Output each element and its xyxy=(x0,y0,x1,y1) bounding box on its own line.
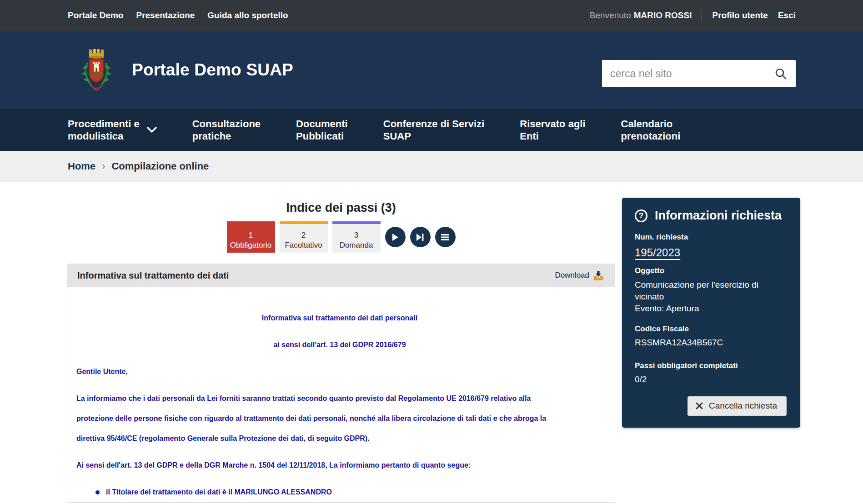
request-info-panel: ? Informazioni richiesta Num. richiesta … xyxy=(622,198,800,428)
nav-item-calendario[interactable]: Calendario prenotazioni xyxy=(621,118,681,142)
nav-item-conferenze[interactable]: Conferenze di Servizi SUAP xyxy=(383,118,485,142)
cancel-row: Cancella richiesta xyxy=(635,396,787,416)
nav-item-label: Documenti Pubblicati xyxy=(296,118,348,142)
step-label: Obbligatorio xyxy=(230,241,272,250)
nav-item-consultazione[interactable]: Consultazione pratiche xyxy=(192,118,261,142)
page: Portale Demo Presentazione Guida allo sp… xyxy=(0,0,863,504)
subject-text: Comunicazione per l'esercizio di vicinat… xyxy=(635,280,758,301)
user-name: MARIO ROSSI xyxy=(634,10,692,20)
breadcrumb-home-link[interactable]: Home xyxy=(68,160,95,172)
search-input[interactable] xyxy=(610,68,773,80)
breadcrumb-separator: › xyxy=(102,160,105,172)
topbar-links: Portale Demo Presentazione Guida allo sp… xyxy=(68,10,288,20)
chevron-down-icon xyxy=(147,127,157,133)
municipal-coat-of-arms-icon xyxy=(81,47,111,93)
welcome-text: BenvenutoMARIO ROSSI xyxy=(590,10,692,20)
welcome-prefix: Benvenuto xyxy=(590,10,631,20)
subject-value: Comunicazione per l'esercizio di vicinat… xyxy=(635,279,787,314)
nav-item-riservato[interactable]: Riservato agli Enti xyxy=(520,118,585,142)
nav-item-label: Procedimenti e modulistica xyxy=(68,118,140,142)
step-label: Facoltativo xyxy=(285,241,322,250)
site-title: Portale Demo SUAP xyxy=(132,60,293,80)
main-column: Indice dei passi (3) 1 Obbligatorio 2 Fa… xyxy=(67,182,615,503)
fiscal-code-label: Codice Fiscale xyxy=(635,324,787,334)
document-panel-header: Informativa sul trattamento dei dati Dow… xyxy=(67,264,615,287)
download-button[interactable]: Download xyxy=(555,270,604,281)
step-number: 1 xyxy=(227,230,275,240)
breadcrumb-current: Compilazione online xyxy=(111,160,209,172)
download-icon xyxy=(593,270,604,281)
topbar-link-guida-sportello[interactable]: Guida allo sportello xyxy=(207,10,288,20)
nav-item-label: Conferenze di Servizi SUAP xyxy=(383,118,485,142)
search-button[interactable] xyxy=(773,66,788,81)
nav-item-label: Calendario prenotazioni xyxy=(621,118,681,142)
document-heading-1: Informativa sul trattamento dei dati per… xyxy=(76,308,603,328)
document-paragraph-2: Ai sensi dell'art. 13 del GDPR e della D… xyxy=(76,455,603,475)
document-paragraph-1: La informiamo che i dati personali da Le… xyxy=(76,389,603,449)
step-button-3-domanda[interactable]: 3 Domanda xyxy=(332,221,381,253)
request-info-header: ? Informazioni richiesta xyxy=(635,209,787,223)
last-step-button[interactable] xyxy=(410,227,431,247)
mandatory-steps-value: 0/2 xyxy=(635,374,787,384)
cancel-request-button[interactable]: Cancella richiesta xyxy=(687,396,787,416)
topbar-divider xyxy=(702,9,702,22)
document-panel: Informativa sul trattamento dei dati Dow… xyxy=(67,264,615,503)
nav-item-label: Consultazione pratiche xyxy=(192,118,261,142)
logout-link[interactable]: Esci xyxy=(778,10,796,20)
hamburger-menu-icon xyxy=(441,234,450,241)
question-mark-icon[interactable]: ? xyxy=(635,210,647,222)
x-mark-icon xyxy=(695,402,703,410)
site-header: Portale Demo SUAP xyxy=(0,31,863,109)
topbar-link-portale-demo[interactable]: Portale Demo xyxy=(68,10,123,20)
cancel-button-label: Cancella richiesta xyxy=(709,401,777,411)
play-icon xyxy=(391,233,399,242)
step-label: Domanda xyxy=(340,241,373,250)
steps-index-title: Indice dei passi (3) xyxy=(67,201,615,215)
profile-link[interactable]: Profilo utente xyxy=(712,10,768,20)
mandatory-steps-label: Passi obbligatori completati xyxy=(635,361,787,370)
document-bullet-1: il Titolare del trattamento dei dati è i… xyxy=(76,482,603,502)
breadcrumb: Home › Compilazione online xyxy=(0,151,863,182)
next-step-button[interactable] xyxy=(385,227,406,247)
step-button-2-facoltativo[interactable]: 2 Facoltativo xyxy=(280,221,328,253)
subject-label: Oggetto xyxy=(635,266,787,275)
bullet-text: il Titolare del trattamento dei dati è i… xyxy=(106,482,332,502)
nav-item-documenti[interactable]: Documenti Pubblicati xyxy=(296,118,348,142)
nav-item-label: Riservato agli Enti xyxy=(520,118,585,142)
step-button-1-obbligatorio[interactable]: 1 Obbligatorio xyxy=(227,221,275,253)
step-number: 2 xyxy=(280,230,328,240)
nav-item-procedimenti[interactable]: Procedimenti e modulistica xyxy=(68,118,157,142)
topbar-user-area: BenvenutoMARIO ROSSI Profilo utente Esci xyxy=(590,9,796,22)
content-area: Indice dei passi (3) 1 Obbligatorio 2 Fa… xyxy=(0,182,863,503)
fiscal-code-value: RSSMRA12A34B567C xyxy=(635,338,787,348)
document-heading-2: ai sensi dell'art. 13 del GDPR 2016/679 xyxy=(76,335,603,355)
steps-navigation: 1 Obbligatorio 2 Facoltativo 3 Domanda xyxy=(67,221,615,253)
document-body: Informativa sul trattamento dei dati per… xyxy=(67,287,615,502)
request-info-title: Informazioni richiesta xyxy=(655,209,782,223)
document-panel-title: Informativa sul trattamento dei dati xyxy=(77,270,229,281)
request-number-label: Num. richiesta xyxy=(635,233,787,242)
top-utility-bar: Portale Demo Presentazione Guida allo sp… xyxy=(0,0,863,31)
bullet-dot xyxy=(95,490,100,494)
site-search xyxy=(602,60,796,87)
download-label: Download xyxy=(555,271,589,280)
topbar-link-presentazione[interactable]: Presentazione xyxy=(136,10,195,20)
main-nav: Procedimenti e modulistica Consultazione… xyxy=(0,109,863,151)
document-salutation: Gentile Utente, xyxy=(76,362,603,382)
request-number-link[interactable]: 195/2023 xyxy=(635,246,680,259)
skip-to-end-icon xyxy=(416,233,425,242)
event-text: Evento: Apertura xyxy=(635,304,699,313)
step-number: 3 xyxy=(332,230,381,240)
steps-menu-button[interactable] xyxy=(435,227,456,247)
search-icon xyxy=(774,67,787,80)
